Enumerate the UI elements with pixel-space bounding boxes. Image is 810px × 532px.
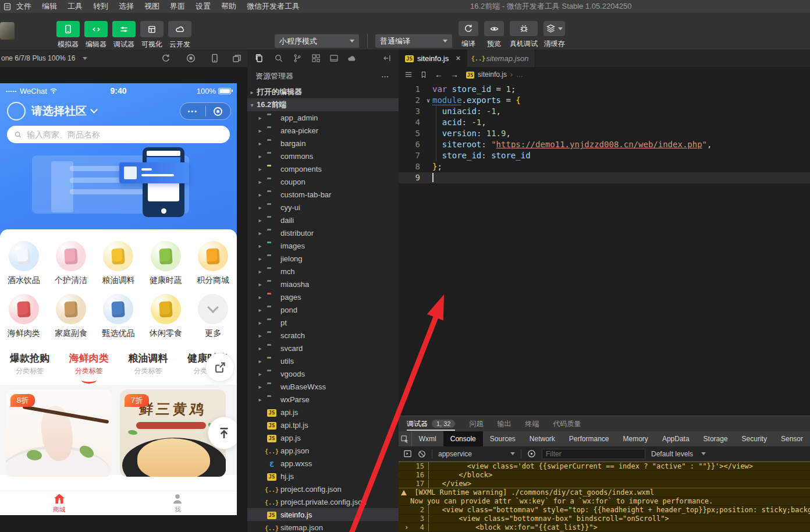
tree-item-custom-tab-bar[interactable]: ▸custom-tab-bar — [247, 188, 399, 201]
tabbar-item-我[interactable]: 我 — [119, 491, 237, 515]
tree-item-scratch[interactable]: ▸scratch — [247, 329, 399, 342]
devtools-tab-Storage[interactable]: Storage — [697, 431, 735, 446]
tabbar-item-商城[interactable]: 商城 — [0, 491, 119, 515]
forward-arrow-icon[interactable]: → — [450, 70, 459, 79]
outline-list-icon[interactable] — [404, 70, 413, 79]
tree-item-app.json[interactable]: {..}app.json — [247, 444, 399, 457]
menu-item-6[interactable]: 界面 — [165, 1, 190, 12]
bookmark-icon[interactable] — [420, 71, 427, 79]
tag-tab-粮油调料[interactable]: 粮油调料分类标签 — [119, 352, 178, 384]
tree-item-api.js[interactable]: JSapi.js — [247, 406, 399, 418]
more-actions-icon[interactable]: ⋯ — [381, 72, 389, 81]
category-item-家庭副食[interactable]: 家庭副食 — [47, 294, 94, 339]
devtools-tab-Security[interactable]: Security — [735, 431, 774, 446]
tree-item-bargain[interactable]: ▸bargain — [247, 137, 399, 150]
back-to-top-button[interactable] — [208, 417, 237, 449]
toolbar-button-编辑器[interactable]: 编辑器 — [83, 21, 109, 49]
tree-item-wxParse[interactable]: ▸wxParse — [247, 393, 399, 406]
more-menu-button[interactable]: ••• — [180, 103, 205, 119]
toolbar-button-可视化[interactable]: 可视化 — [139, 21, 165, 49]
console-row-2[interactable]: 17 </view> — [399, 479, 810, 488]
console-row-6[interactable]: 3 <view class="bottomnav-box" bindscroll… — [399, 514, 810, 523]
tree-section-16.2前端[interactable]: ▾16.2前端 — [247, 98, 399, 111]
menu-item-4[interactable]: 选择 — [113, 1, 139, 12]
close-icon[interactable]: × — [456, 54, 460, 63]
toolbar-button-调试器[interactable]: 调试器 — [111, 21, 137, 49]
tree-item-project.private.config.json[interactable]: {..}project.private.config.json — [247, 495, 399, 508]
menu-item-1[interactable]: 编辑 — [37, 1, 62, 12]
eye-watch-icon[interactable] — [527, 449, 536, 458]
expand-icon[interactable]: › — [404, 523, 408, 531]
remote-window-icon[interactable] — [329, 54, 339, 63]
promo-banner[interactable] — [0, 147, 237, 236]
tree-item-daili[interactable]: ▸daili — [247, 214, 399, 226]
action-button-真机调试[interactable]: 真机调试 — [510, 21, 538, 49]
fold-icon[interactable]: ∨ — [427, 95, 430, 106]
stop-icon[interactable] — [186, 54, 196, 63]
devtools-tab-Performance[interactable]: Performance — [562, 431, 616, 446]
menu-item-8[interactable]: 帮助 — [216, 1, 241, 12]
tree-item-commons[interactable]: ▸commons — [247, 150, 399, 162]
menu-item-2[interactable]: 工具 — [62, 1, 88, 12]
product-card-1[interactable]: 8折 — [6, 389, 112, 477]
category-item-健康时蔬[interactable]: 健康时蔬 — [142, 241, 189, 286]
search-icon[interactable] — [274, 54, 283, 63]
tree-item-components[interactable]: ▸components — [247, 162, 399, 175]
tree-item-api.tpl.js[interactable]: JSapi.tpl.js — [247, 418, 399, 431]
category-item-个护清洁[interactable]: 个护清洁 — [47, 241, 94, 286]
console-row-4[interactable]: Now you can provide attr `wx:key` for a … — [399, 496, 810, 505]
action-button-编译[interactable]: 编译 — [459, 21, 478, 49]
category-item-休闲零食[interactable]: 休闲零食 — [142, 294, 189, 339]
tree-item-area-picker[interactable]: ▸area-picker — [247, 124, 399, 137]
console-output[interactable]: 15 <view class='dot {{swiperCurrent == i… — [399, 462, 810, 532]
log-levels-select[interactable]: Default levels — [651, 450, 706, 458]
editor-tab-sitemap.json[interactable]: {..}sitemap.json — [467, 49, 535, 67]
devtools-tab-AppData[interactable]: AppData — [655, 431, 697, 446]
category-item-积分商城[interactable]: 积分商城 — [190, 241, 237, 286]
console-row-5[interactable]: 2 <view class="bottomnav" style="top: {{… — [399, 505, 810, 514]
tag-tab-海鲜肉类[interactable]: 海鲜肉类分类标签 — [59, 352, 119, 384]
phone-icon[interactable] — [210, 54, 219, 63]
devtools-tab-Sensor[interactable]: Sensor — [774, 431, 810, 446]
search-input[interactable] — [27, 130, 223, 139]
category-item-海鲜肉类[interactable]: 海鲜肉类 — [0, 294, 47, 339]
explorer-files-icon[interactable] — [254, 54, 264, 63]
compile-select[interactable]: 普通编译 — [375, 34, 452, 48]
tree-item-utils[interactable]: ▸utils — [247, 354, 399, 367]
tree-item-coupon[interactable]: ▸coupon — [247, 175, 399, 188]
action-button-预览[interactable]: 预览 — [484, 21, 504, 49]
devtools-tab-Network[interactable]: Network — [523, 431, 562, 446]
devtools-tab-Wxml[interactable]: Wxml — [412, 431, 443, 446]
tree-item-images[interactable]: ▸images — [247, 239, 399, 252]
tree-item-pages[interactable]: ▸pages — [247, 290, 399, 303]
toolbar-button-云开发[interactable]: 云开发 — [167, 21, 193, 49]
collapse-sidebar-icon[interactable] — [382, 54, 392, 63]
breadcrumb-file[interactable]: JS siteinfo.js › … — [466, 70, 523, 79]
clear-console-icon[interactable] — [418, 450, 426, 458]
search-bar[interactable] — [7, 126, 230, 143]
menu-item-5[interactable]: 视图 — [139, 1, 165, 12]
tree-section-打开的编辑器[interactable]: ▸打开的编辑器 — [247, 86, 399, 98]
console-row-0[interactable]: 15 <view class='dot {{swiperCurrent == i… — [399, 462, 810, 470]
mode-select[interactable]: 小程序模式 — [275, 34, 359, 48]
tree-item-cyy-ui[interactable]: ▸cyy-ui — [247, 201, 399, 214]
console-row-3[interactable]: [WXML Runtime warning] ./commons/diy/cat… — [399, 488, 810, 496]
git-branch-icon[interactable] — [293, 54, 302, 63]
category-item-甄选优品[interactable]: 甄选优品 — [95, 294, 142, 339]
windows-icon[interactable] — [232, 54, 241, 63]
panel-tab-代码质量[interactable]: 代码质量 — [553, 416, 581, 431]
extensions-icon[interactable] — [311, 54, 321, 63]
tree-item-project.config.json[interactable]: {..}project.config.json — [247, 483, 399, 495]
community-title[interactable]: 请选择社区 — [31, 104, 87, 119]
tree-item-hj.js[interactable]: JShj.js — [247, 470, 399, 483]
category-item-酒水饮品[interactable]: 酒水饮品 — [0, 241, 47, 286]
editor-tab-siteinfo.js[interactable]: JSsiteinfo.js× — [399, 49, 467, 67]
category-item-更多[interactable]: 更多 — [190, 294, 237, 339]
tree-item-wuBaseWxss[interactable]: ▸wuBaseWxss — [247, 380, 399, 393]
refresh-icon[interactable] — [161, 54, 170, 63]
tree-item-miaosha[interactable]: ▸miaosha — [247, 278, 399, 290]
panel-tab-输出[interactable]: 输出 — [497, 416, 511, 431]
console-row-7[interactable]: 4› <block wx:for="{{cat_list}}"> — [399, 523, 810, 531]
tree-item-pt[interactable]: ▸pt — [247, 316, 399, 329]
console-row-1[interactable]: 16 </block> — [399, 470, 810, 479]
